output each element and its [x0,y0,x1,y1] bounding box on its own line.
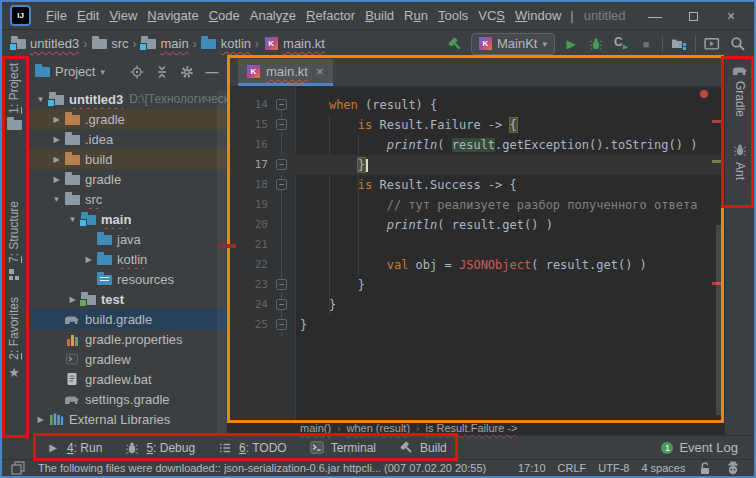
code-line-15[interactable]: 15− is Result.Failure -> { [228,115,724,135]
tool-stripe-gradle[interactable]: Gradle [725,65,754,117]
fold-icon[interactable]: − [276,159,287,170]
error-indicator-icon[interactable] [700,90,708,98]
tree-item-resources[interactable]: resources [27,269,227,289]
breadcrumb-main-kt[interactable]: Kmain.kt [263,36,325,51]
debug-button[interactable] [587,35,605,53]
editor-scrollbar[interactable] [716,225,724,415]
tool-stripe-1-project[interactable]: 1: Project [2,63,26,133]
tree-item-gradlew-bat[interactable]: gradlew.bat [27,369,227,389]
tool-stripe-ant[interactable]: Ant [725,143,754,180]
tree-toggle-icon[interactable]: ▶ [49,175,64,184]
tree-item-main[interactable]: ▼main [27,209,227,229]
build-hammer-icon[interactable] [446,35,464,53]
project-scrollbar[interactable] [217,91,226,433]
line-number[interactable]: 17 [228,158,268,171]
menu-build[interactable]: Build [360,8,399,23]
tree-item-build-gradle[interactable]: build.gradle [27,309,227,329]
stop-button[interactable]: ■ [637,35,655,53]
fold-icon[interactable]: − [276,299,287,310]
line-number[interactable]: 22 [228,258,268,271]
line-separator[interactable]: CRLF [558,462,587,474]
menu-window[interactable]: Window [510,8,566,23]
code-line-23[interactable]: 23− } [228,275,724,295]
tree-toggle-icon[interactable]: ▶ [33,415,48,424]
close-icon[interactable]: × [316,64,324,79]
fold-icon[interactable]: − [276,319,287,330]
code-line-16[interactable]: 16 println( result.getException().toStri… [228,135,724,155]
code-line-17[interactable]: 17− } [228,155,724,175]
tree-item-External-Libraries[interactable]: ▶External Libraries [27,409,227,429]
lock-open-icon[interactable] [697,461,713,475]
tree-item-gradlew[interactable]: gradlew [27,349,227,369]
tool-window-button-4-run[interactable]: ▶4: Run [34,441,113,455]
fold-icon[interactable]: − [276,279,287,290]
search-everywhere-button[interactable] [728,35,746,53]
code-editor[interactable]: 14− when (result) {15− is Result.Failure… [228,87,724,421]
tree-item-untitled3[interactable]: ▼untitled3D:\[Технологический [27,89,227,109]
tool-window-button-terminal[interactable]: Terminal [298,441,387,455]
tree-toggle-icon[interactable]: ▶ [81,255,96,264]
tool-window-button-5-debug[interactable]: 5: Debug [113,441,206,455]
line-number[interactable]: 14 [228,98,268,111]
menu-view[interactable]: View [104,8,142,23]
menu-tools[interactable]: Tools [433,8,473,23]
tree-item-build[interactable]: ▶build [27,149,227,169]
code-line-24[interactable]: 24− } [228,295,724,315]
line-number[interactable]: 18 [228,178,268,191]
code-line-20[interactable]: 20 println( result.get() ) [228,215,724,235]
menu-code[interactable]: Code [204,8,245,23]
event-log-button[interactable]: 1 Event Log [661,440,746,455]
menu-edit[interactable]: Edit [72,8,104,23]
tool-window-button-build[interactable]: Build [387,441,458,455]
editor-breadcrumb-item[interactable]: is Result.Failure -> [425,422,517,434]
menu-refactor[interactable]: Refactor [301,8,360,23]
tool-stripe-7-structure[interactable]: 7: Structure [2,201,26,281]
line-number[interactable]: 25 [228,318,268,331]
line-number[interactable]: 19 [228,198,268,211]
error-stripe-mark[interactable] [712,120,721,123]
line-number[interactable]: 23 [228,278,268,291]
menu-navigate[interactable]: Navigate [142,8,203,23]
tree-item-src[interactable]: ▼src [27,189,227,209]
line-number[interactable]: 24 [228,298,268,311]
tool-stripe-2-favorites[interactable]: ★2: Favorites [2,297,26,380]
inspections-profile-icon[interactable] [725,461,741,475]
tool-window-button-6-todo[interactable]: 6: TODO [206,441,298,455]
code-line-14[interactable]: 14− when (result) { [228,95,724,115]
tree-item-test[interactable]: ▶test [27,289,227,309]
tree-item--gradle[interactable]: ▶.gradle [27,109,227,129]
settings-icon[interactable] [179,65,195,79]
tab-main-kt[interactable]: K main.kt × [238,59,333,86]
editor-breadcrumb-item[interactable]: main() [300,422,331,434]
indent-setting[interactable]: 4 spaces [641,462,685,474]
run-config-selector[interactable]: K MainKt ▾ [471,33,555,55]
menu-file[interactable]: File [41,8,72,23]
menu-overflow[interactable]: | [566,8,577,23]
fold-icon[interactable]: − [276,99,287,110]
project-structure-button[interactable] [670,35,688,53]
code-line-21[interactable]: 21 [228,235,724,255]
line-number[interactable]: 16 [228,138,268,151]
breadcrumb-kotlin[interactable]: kotlin [201,36,251,51]
line-number[interactable]: 21 [228,238,268,251]
tree-item--idea[interactable]: ▶.idea [27,129,227,149]
tree-toggle-icon[interactable]: ▶ [49,155,64,164]
tree-item-java[interactable]: java [27,229,227,249]
project-view-title[interactable]: Project [55,64,95,79]
menu-analyze[interactable]: Analyze [245,8,301,23]
fold-icon[interactable]: − [276,179,287,190]
run-window-button[interactable] [703,35,721,53]
breadcrumb-src[interactable]: src [91,36,128,51]
code-line-19[interactable]: 19 // тут реализуете разбор полученного … [228,195,724,215]
tree-item-gradle[interactable]: ▶gradle [27,169,227,189]
breadcrumb-untitled3[interactable]: untitled3 [10,36,79,51]
run-button[interactable]: ▶ [562,35,580,53]
locate-icon[interactable] [129,65,145,79]
menu-run[interactable]: Run [399,8,433,23]
line-number[interactable]: 20 [228,218,268,231]
hide-icon[interactable]: — [204,65,220,79]
tree-toggle-icon[interactable]: ▶ [49,135,64,144]
collapse-all-icon[interactable] [154,65,170,79]
minimize-button[interactable]: — [636,8,674,24]
tree-item-gradle-properties[interactable]: gradle.properties [27,329,227,349]
